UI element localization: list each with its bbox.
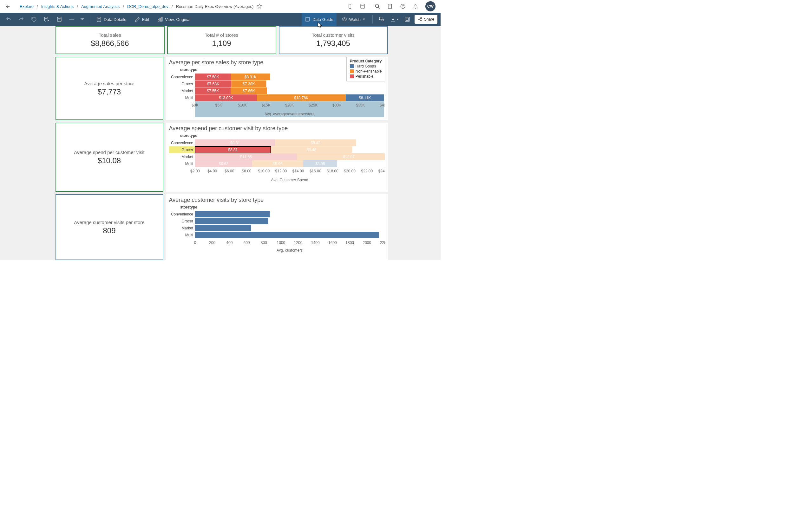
svg-text:2000: 2000 [362, 240, 371, 245]
svg-text:$7.55K: $7.55K [207, 89, 219, 93]
svg-text:800: 800 [260, 240, 267, 245]
svg-text:Grocer: Grocer [182, 82, 193, 86]
data-details-button[interactable]: Data Details [93, 13, 130, 26]
notes-icon[interactable] [387, 3, 393, 9]
download-icon[interactable]: ▼ [389, 13, 400, 26]
svg-text:$18.00: $18.00 [327, 169, 339, 173]
svg-text:$7.58K: $7.58K [207, 75, 219, 79]
svg-rect-92 [195, 218, 268, 224]
svg-text:$5.96: $5.96 [273, 162, 282, 166]
svg-text:$20.00: $20.00 [344, 169, 356, 173]
side-value: $7,773 [98, 88, 121, 96]
breadcrumb-augmented[interactable]: Augmented Analytics [81, 4, 119, 9]
share-button[interactable]: Share [415, 15, 438, 24]
svg-text:1000: 1000 [276, 240, 285, 245]
side-value: 809 [103, 226, 115, 235]
svg-text:1200: 1200 [294, 240, 302, 245]
svg-text:$30K: $30K [332, 103, 341, 107]
svg-text:$6.63: $6.63 [218, 162, 228, 166]
kpi-label: Total # of stores [205, 32, 239, 38]
svg-text:$7.68K: $7.68K [207, 82, 219, 86]
svg-point-6 [57, 17, 61, 19]
avatar[interactable]: CW [425, 1, 436, 11]
kpi-value: 1,793,405 [316, 39, 350, 48]
svg-text:$16.00: $16.00 [309, 169, 321, 173]
kpi-total-stores[interactable]: Total # of stores 1,109 [167, 26, 276, 54]
chart-sales-by-type[interactable]: Average per store sales by store type Pr… [166, 57, 388, 120]
view-button[interactable]: View: Original [154, 13, 194, 26]
svg-text:$9.31: $9.31 [230, 141, 240, 145]
data-guide-button[interactable]: Data Guide [302, 13, 337, 26]
back-icon[interactable] [5, 3, 11, 9]
svg-rect-90 [195, 211, 270, 217]
side-avg-visits[interactable]: Average customer visits per store 809 [55, 194, 163, 260]
side-avg-spend[interactable]: Average spend per customer visit $10.08 [55, 123, 163, 192]
svg-text:$8.11K: $8.11K [359, 96, 371, 100]
svg-point-14 [420, 17, 422, 19]
edit-button[interactable]: Edit [131, 13, 152, 26]
revert-icon[interactable] [29, 13, 39, 26]
chart-svg[interactable]: storetypeConvenienceGrocerMarketMulti020… [169, 205, 385, 259]
dashboard-canvas: Total sales $8,866,566 Total # of stores… [0, 26, 441, 260]
help-icon[interactable] [400, 3, 406, 9]
search-icon[interactable] [374, 3, 380, 9]
datasource-add-icon[interactable] [41, 13, 52, 26]
legend-item[interactable]: Hard Goods [350, 64, 382, 68]
chart-spend-by-type[interactable]: Average spend per customer visit by stor… [166, 123, 388, 192]
svg-text:$8.00: $8.00 [242, 169, 251, 173]
svg-text:$18.78K: $18.78K [294, 96, 308, 100]
chart-svg[interactable]: storetypeConvenience$9.31$9.42Grocer$8.8… [169, 134, 385, 191]
svg-text:Convenience: Convenience [171, 75, 193, 79]
svg-point-5 [44, 17, 48, 19]
svg-text:$25K: $25K [309, 103, 317, 107]
redo-icon[interactable] [16, 13, 27, 26]
kpi-total-sales[interactable]: Total sales $8,866,566 [55, 26, 165, 54]
breadcrumb-current: Rossman Daily Exec Overview (Averages) [176, 4, 254, 9]
device-icon[interactable] [347, 3, 353, 9]
notifications-icon[interactable] [413, 3, 418, 9]
svg-text:$5K: $5K [215, 103, 222, 107]
svg-text:$15K: $15K [261, 103, 270, 107]
watch-button[interactable]: Watch ▼ [339, 13, 368, 26]
svg-rect-10 [161, 17, 162, 21]
breadcrumb-project[interactable]: DCR_Demo_alpo_dev [127, 4, 168, 9]
breadcrumb-insights[interactable]: Insights & Actions [41, 4, 74, 9]
svg-rect-9 [160, 18, 161, 21]
fullscreen-icon[interactable] [402, 13, 413, 26]
divider [372, 15, 373, 23]
replay-icon[interactable] [67, 13, 78, 26]
svg-text:$12.00: $12.00 [275, 169, 287, 173]
favorite-icon[interactable] [257, 3, 262, 9]
more-caret-icon[interactable] [79, 13, 85, 26]
svg-rect-12 [405, 17, 409, 21]
legend-item[interactable]: Non-Perishable [350, 69, 382, 73]
svg-text:Market: Market [182, 226, 193, 230]
legend-title: Product Category [350, 59, 382, 63]
svg-text:2200: 2200 [380, 240, 385, 245]
breadcrumb-explore[interactable]: Explore [20, 4, 34, 9]
svg-text:1800: 1800 [345, 240, 354, 245]
comments-icon[interactable] [376, 13, 387, 26]
svg-rect-13 [406, 18, 409, 20]
svg-rect-66 [297, 153, 385, 160]
svg-text:Grocer: Grocer [182, 148, 193, 152]
legend-item[interactable]: Perishable [350, 74, 382, 78]
svg-rect-0 [349, 4, 351, 8]
svg-text:200: 200 [209, 240, 215, 245]
svg-text:$4.00: $4.00 [207, 169, 217, 173]
data-icon[interactable] [360, 3, 365, 9]
svg-text:Avg. Customer Spend: Avg. Customer Spend [271, 178, 308, 182]
svg-text:$10K: $10K [238, 103, 247, 107]
legend[interactable]: Product Category Hard Goods Non-Perishab… [346, 57, 386, 81]
svg-text:$12.07: $12.07 [343, 155, 355, 159]
svg-text:Market: Market [182, 155, 193, 159]
svg-text:$8.81: $8.81 [228, 148, 238, 152]
undo-icon[interactable] [3, 13, 14, 26]
svg-text:1600: 1600 [328, 240, 337, 245]
chart-visits-by-type[interactable]: Average customer visits by store type st… [166, 194, 388, 260]
kpi-total-visits[interactable]: Total customer visits 1,793,405 [279, 26, 388, 54]
svg-rect-94 [195, 225, 251, 231]
pause-icon[interactable] [54, 13, 65, 26]
side-label: Average customer visits per store [74, 220, 144, 225]
side-avg-sales[interactable]: Average sales per store $7,773 [55, 57, 163, 120]
